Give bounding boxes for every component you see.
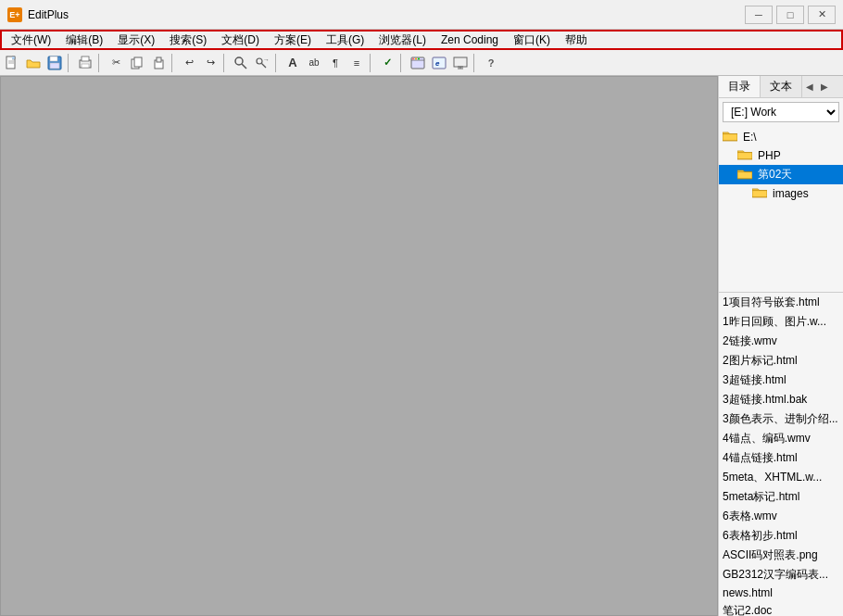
svg-rect-32 <box>752 191 767 197</box>
tab-text[interactable]: 文本 <box>761 76 802 97</box>
svg-text:e: e <box>435 59 440 68</box>
sep4 <box>223 54 228 72</box>
tree-item-e-root[interactable]: E:\ <box>719 128 843 146</box>
menu-item-search[interactable]: 搜索(S) <box>162 31 214 48</box>
find-button[interactable] <box>231 53 251 73</box>
format-button[interactable]: ab <box>304 53 324 73</box>
file-list-item[interactable]: 3超链接.html.bak <box>719 390 843 409</box>
file-list-item[interactable]: ASCII码对照表.png <box>719 546 843 565</box>
copy-button[interactable] <box>127 53 147 73</box>
folder-icon <box>737 168 755 182</box>
panel-tabs: 目录 文本 ◀ ▶ <box>719 76 843 98</box>
menu-item-view[interactable]: 显示(X) <box>110 31 162 48</box>
toolbar: ✂ ↩ ↪ → A ab ¶ ≡ ✓ e ? <box>0 50 843 76</box>
menu-item-zencoding[interactable]: Zen Coding <box>434 31 506 48</box>
svg-rect-4 <box>50 57 57 61</box>
menu-item-file[interactable]: 文件(W) <box>4 31 58 48</box>
minimize-button[interactable]: ─ <box>745 6 773 24</box>
svg-rect-8 <box>82 64 89 68</box>
file-list: 1项目符号嵌套.html1昨日回顾、图片.w...2链接.wmv2图片标记.ht… <box>719 292 843 616</box>
monitor-button[interactable] <box>450 53 471 73</box>
tree-item-label: 第02天 <box>758 167 792 182</box>
file-list-item[interactable]: 3颜色表示、进制介绍... <box>719 409 843 429</box>
spell-button[interactable]: ✓ <box>377 53 397 73</box>
file-list-item[interactable]: 4锚点链接.html <box>719 448 843 468</box>
paragraph-button[interactable]: ¶ <box>325 53 346 73</box>
svg-rect-29 <box>723 134 737 141</box>
svg-point-13 <box>235 57 243 65</box>
file-list-item[interactable]: 2图片标记.html <box>719 351 843 371</box>
svg-line-14 <box>242 64 246 69</box>
tree-item-php[interactable]: PHP <box>719 146 843 165</box>
file-list-item[interactable]: 5meta标记.html <box>719 487 843 507</box>
svg-point-21 <box>415 57 417 59</box>
tree-item-label: E:\ <box>743 131 757 144</box>
svg-rect-10 <box>134 57 142 67</box>
title-left: E+ EditPlus <box>7 7 69 22</box>
new-button[interactable] <box>2 53 22 73</box>
browser2-button[interactable]: e <box>429 53 449 73</box>
svg-rect-30 <box>737 153 752 159</box>
redo-button[interactable]: ↪ <box>200 53 220 73</box>
file-list-item[interactable]: 4锚点、编码.wmv <box>719 429 843 448</box>
browser1-button[interactable] <box>408 53 428 73</box>
font-button[interactable]: A <box>283 53 303 73</box>
file-list-item[interactable]: 3超链接.html <box>719 371 843 390</box>
project-dropdown[interactable]: [E:] Work [C:] Documents [D:] Projects <box>723 102 839 122</box>
undo-button[interactable]: ↩ <box>179 53 199 73</box>
main-layout: 目录 文本 ◀ ▶ [E:] Work [C:] Documents [D:] … <box>0 76 843 616</box>
sep3 <box>171 54 176 72</box>
paste-button[interactable] <box>148 53 169 73</box>
file-list-item[interactable]: 6表格.wmv <box>719 507 843 526</box>
svg-rect-25 <box>454 57 467 67</box>
sep5 <box>275 54 280 72</box>
svg-text:→: → <box>263 57 269 63</box>
save-button[interactable] <box>44 53 65 73</box>
panel-next-arrow[interactable]: ▶ <box>817 76 832 97</box>
folder-icon <box>737 148 755 163</box>
svg-point-20 <box>412 57 414 59</box>
indent-button[interactable]: ≡ <box>346 53 367 73</box>
right-panel: 目录 文本 ◀ ▶ [E:] Work [C:] Documents [D:] … <box>718 76 843 616</box>
menu-item-browser[interactable]: 浏览器(L) <box>371 31 434 48</box>
tab-directory[interactable]: 目录 <box>719 76 761 97</box>
file-list-item[interactable]: 笔记2.doc <box>719 601 843 616</box>
sep6 <box>370 54 374 72</box>
file-list-item[interactable]: 2链接.wmv <box>719 332 843 351</box>
open-button[interactable] <box>23 53 44 73</box>
app-title: EditPlus <box>28 8 69 21</box>
editor-area[interactable] <box>0 76 718 616</box>
app-icon: E+ <box>7 7 22 22</box>
menu-item-document[interactable]: 文档(D) <box>214 31 267 48</box>
svg-line-16 <box>262 63 267 68</box>
replace-button[interactable]: → <box>252 53 272 73</box>
tree-item-images[interactable]: images <box>719 184 843 203</box>
menu-item-tools[interactable]: 工具(G) <box>319 31 371 48</box>
file-list-item[interactable]: 1项目符号嵌套.html <box>719 293 843 312</box>
file-list-item[interactable]: 6表格初步.html <box>719 526 843 546</box>
title-bar: E+ EditPlus ─ □ ✕ <box>0 0 843 30</box>
menu-item-edit[interactable]: 编辑(B) <box>58 31 110 48</box>
panel-prev-arrow[interactable]: ◀ <box>802 76 817 97</box>
print-button[interactable] <box>75 53 95 73</box>
tree-item-label: images <box>773 187 809 200</box>
menu-item-help[interactable]: 帮助 <box>558 31 595 48</box>
file-list-item[interactable]: 5meta、XHTML.w... <box>719 468 843 487</box>
menu-item-window[interactable]: 窗口(K) <box>506 31 558 48</box>
folder-icon <box>723 130 740 145</box>
file-list-item[interactable]: GB2312汉字编码表... <box>719 565 843 585</box>
help-button[interactable]: ? <box>481 53 501 73</box>
sep1 <box>68 54 72 72</box>
menu-item-project[interactable]: 方案(E) <box>267 31 319 48</box>
file-list-item[interactable]: news.html <box>719 585 843 601</box>
tree-item-day02[interactable]: 第02天 <box>719 165 843 184</box>
folder-icon <box>752 186 770 201</box>
maximize-button[interactable]: □ <box>776 6 804 24</box>
file-tree: E:\ PHP 第02天 images <box>719 126 843 292</box>
svg-point-15 <box>257 58 262 64</box>
close-button[interactable]: ✕ <box>808 6 836 24</box>
file-list-item[interactable]: 1昨日回顾、图片.w... <box>719 312 843 332</box>
menu-bar: 文件(W)编辑(B)显示(X)搜索(S)文档(D)方案(E)工具(G)浏览器(L… <box>0 30 843 50</box>
cut-button[interactable]: ✂ <box>106 53 126 73</box>
tree-item-label: PHP <box>758 149 781 162</box>
